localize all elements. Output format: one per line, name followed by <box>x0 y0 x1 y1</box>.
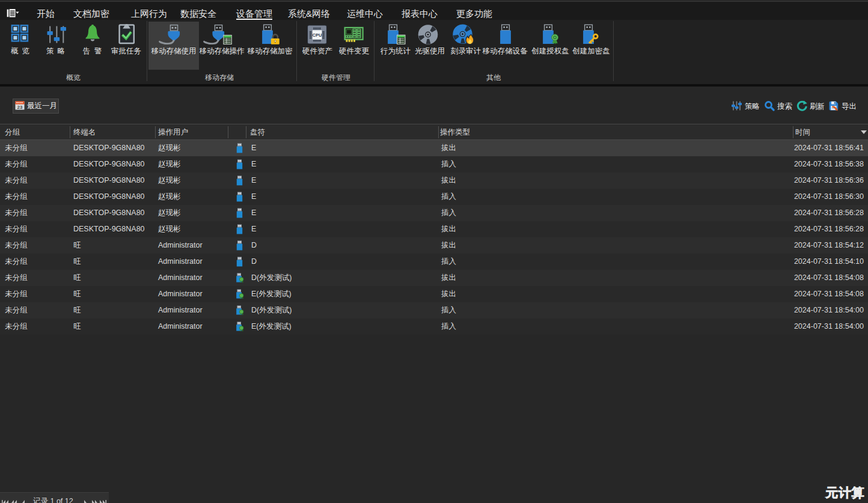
svg-text:CPU: CPU <box>313 32 323 37</box>
svg-text:23: 23 <box>17 105 23 110</box>
